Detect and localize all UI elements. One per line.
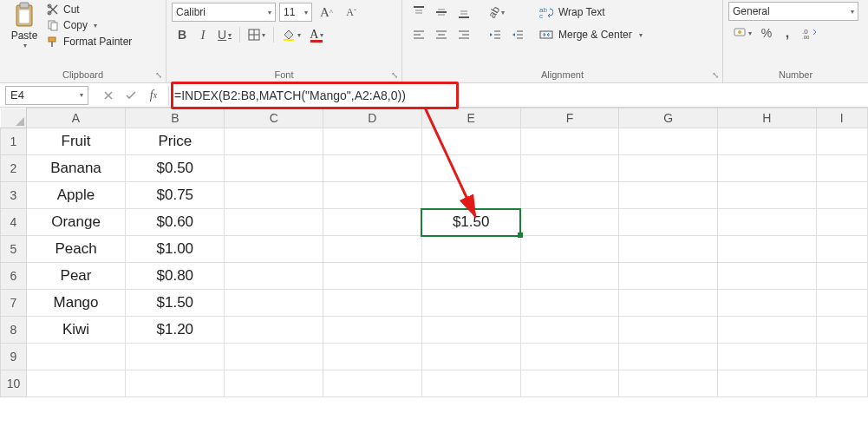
- comma-button[interactable]: ,: [778, 23, 797, 43]
- formula-bar[interactable]: =INDEX(B2:B8,MATCH("Mango",A2:A8,0)): [168, 86, 868, 105]
- cell-A2[interactable]: Banana: [26, 155, 125, 182]
- accounting-format-button[interactable]: ▾: [729, 23, 755, 43]
- cell-D4[interactable]: [323, 209, 421, 236]
- row-header-6[interactable]: 6: [1, 263, 27, 290]
- align-top-button[interactable]: [408, 3, 429, 22]
- cell-F10[interactable]: [520, 370, 619, 397]
- wrap-text-button[interactable]: abc Wrap Text: [536, 4, 646, 20]
- cell-D2[interactable]: [323, 155, 421, 182]
- cell-H5[interactable]: [717, 236, 816, 263]
- row-header-3[interactable]: 3: [1, 182, 27, 209]
- cell-D8[interactable]: [323, 317, 421, 344]
- increase-indent-button[interactable]: [507, 25, 528, 44]
- copy-button[interactable]: Copy ▾: [43, 18, 135, 32]
- cell-E9[interactable]: [421, 344, 520, 370]
- row-header-5[interactable]: 5: [1, 236, 27, 263]
- paste-button[interactable]: Paste ▾: [5, 2, 43, 49]
- cell-B9[interactable]: [126, 344, 225, 370]
- column-header-B[interactable]: B: [126, 108, 225, 128]
- column-header-C[interactable]: C: [225, 108, 323, 128]
- cell-G10[interactable]: [619, 370, 718, 397]
- font-color-button[interactable]: A ▾: [306, 25, 327, 44]
- dialog-launcher-icon[interactable]: ⤡: [712, 70, 719, 80]
- cell-A6[interactable]: Pear: [26, 263, 125, 290]
- name-box[interactable]: E4 ▾: [5, 86, 88, 105]
- cell-H9[interactable]: [717, 344, 816, 370]
- cell-I10[interactable]: [816, 370, 867, 397]
- cell-C9[interactable]: [225, 344, 323, 370]
- align-middle-button[interactable]: [431, 3, 452, 22]
- insert-function-button[interactable]: fx: [142, 86, 165, 105]
- align-left-button[interactable]: [408, 25, 429, 44]
- select-all-corner[interactable]: [1, 108, 27, 128]
- increase-decimal-button[interactable]: .0.00: [799, 23, 821, 43]
- decrease-indent-button[interactable]: [485, 25, 506, 44]
- cell-H3[interactable]: [717, 182, 816, 209]
- align-center-button[interactable]: [431, 25, 452, 44]
- cell-B3[interactable]: $0.75: [126, 182, 225, 209]
- cell-B7[interactable]: $1.50: [126, 290, 225, 317]
- cell-I4[interactable]: [816, 209, 867, 236]
- cell-I5[interactable]: [816, 236, 867, 263]
- cell-H10[interactable]: [717, 370, 816, 397]
- cell-C8[interactable]: [225, 317, 323, 344]
- cell-F9[interactable]: [520, 344, 619, 370]
- cell-H6[interactable]: [717, 263, 816, 290]
- merge-center-button[interactable]: Merge & Center ▾: [536, 27, 646, 43]
- dialog-launcher-icon[interactable]: ⤡: [155, 70, 162, 80]
- row-header-7[interactable]: 7: [1, 290, 27, 317]
- align-bottom-button[interactable]: [454, 3, 474, 22]
- row-header-9[interactable]: 9: [1, 344, 27, 370]
- cell-E5[interactable]: [421, 236, 520, 263]
- font-size-select[interactable]: 11 ▾: [279, 3, 312, 22]
- fill-color-button[interactable]: ▾: [278, 25, 304, 44]
- cell-E2[interactable]: [421, 155, 520, 182]
- cell-C1[interactable]: [225, 128, 323, 155]
- column-header-H[interactable]: H: [717, 108, 816, 128]
- column-header-I[interactable]: I: [816, 108, 867, 128]
- cell-H1[interactable]: [717, 128, 816, 155]
- cell-B8[interactable]: $1.20: [126, 317, 225, 344]
- cell-D5[interactable]: [323, 236, 421, 263]
- cell-B2[interactable]: $0.50: [126, 155, 225, 182]
- cell-G6[interactable]: [619, 263, 718, 290]
- cell-A8[interactable]: Kiwi: [26, 317, 125, 344]
- row-header-4[interactable]: 4: [1, 209, 27, 236]
- row-header-10[interactable]: 10: [1, 370, 27, 397]
- cell-C6[interactable]: [225, 263, 323, 290]
- cell-G8[interactable]: [619, 317, 718, 344]
- orientation-button[interactable]: ab▾: [485, 3, 508, 22]
- cell-F2[interactable]: [520, 155, 619, 182]
- cell-H8[interactable]: [717, 317, 816, 344]
- column-header-E[interactable]: E: [421, 108, 520, 128]
- cell-C3[interactable]: [225, 182, 323, 209]
- cell-G9[interactable]: [619, 344, 718, 370]
- cell-A4[interactable]: Orange: [26, 209, 125, 236]
- row-header-8[interactable]: 8: [1, 317, 27, 344]
- underline-button[interactable]: U▾: [214, 25, 235, 44]
- cell-E6[interactable]: [421, 263, 520, 290]
- cut-button[interactable]: Cut: [43, 3, 135, 16]
- cell-D10[interactable]: [323, 370, 421, 397]
- cell-A9[interactable]: [26, 344, 125, 370]
- cell-D7[interactable]: [323, 290, 421, 317]
- cell-H7[interactable]: [717, 290, 816, 317]
- cell-B5[interactable]: $1.00: [126, 236, 225, 263]
- cell-I6[interactable]: [816, 263, 867, 290]
- cell-G4[interactable]: [619, 209, 718, 236]
- cells-table[interactable]: ABCDEFGHI1FruitPrice2Banana$0.503Apple$0…: [0, 108, 868, 397]
- cell-E10[interactable]: [421, 370, 520, 397]
- borders-button[interactable]: ▾: [245, 25, 269, 44]
- column-header-D[interactable]: D: [323, 108, 421, 128]
- cell-F4[interactable]: [520, 209, 619, 236]
- cell-D3[interactable]: [323, 182, 421, 209]
- cell-H2[interactable]: [717, 155, 816, 182]
- row-header-1[interactable]: 1: [1, 128, 27, 155]
- cell-F8[interactable]: [520, 317, 619, 344]
- cell-C4[interactable]: [225, 209, 323, 236]
- column-header-G[interactable]: G: [619, 108, 718, 128]
- cell-E7[interactable]: [421, 290, 520, 317]
- cell-A1[interactable]: Fruit: [26, 128, 125, 155]
- cell-I8[interactable]: [816, 317, 867, 344]
- cell-E8[interactable]: [421, 317, 520, 344]
